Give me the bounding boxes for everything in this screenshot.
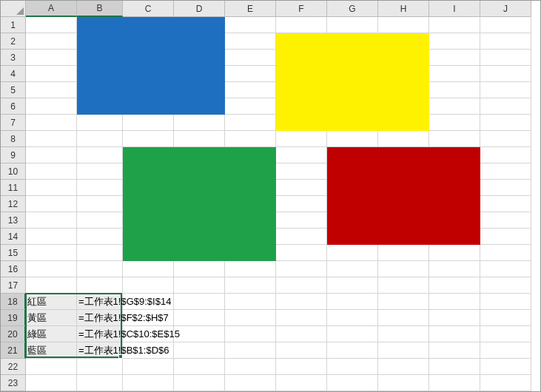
cell-E20[interactable] [225,326,276,342]
cell-D21[interactable] [174,342,225,359]
cell-H1[interactable] [378,17,429,33]
blue-rect[interactable] [77,17,225,115]
yellow-rect[interactable] [276,33,429,131]
row-header-2[interactable]: 2 [1,33,26,50]
cell-F11[interactable] [276,180,327,196]
cell-H8[interactable] [378,131,429,147]
row-header-5[interactable]: 5 [1,82,26,98]
cell-J23[interactable] [480,375,531,391]
row-header-23[interactable]: 23 [1,375,26,391]
cell-C19[interactable] [123,310,174,326]
row-header-11[interactable]: 11 [1,180,26,196]
cell-A16[interactable] [26,261,77,277]
cell-H16[interactable] [378,261,429,277]
cell-F17[interactable] [276,277,327,294]
cell-C16[interactable] [123,261,174,277]
cell-I8[interactable] [429,131,480,147]
cell-F14[interactable] [276,229,327,245]
cell-H22[interactable] [378,359,429,375]
cell-F12[interactable] [276,196,327,212]
cell-B21[interactable] [77,342,123,359]
cell-J12[interactable] [480,196,531,212]
cell-I20[interactable] [429,326,480,342]
cell-H20[interactable] [378,326,429,342]
cell-I18[interactable] [429,294,480,310]
row-header-7[interactable]: 7 [1,115,26,131]
row-header-15[interactable]: 15 [1,245,26,261]
cell-I7[interactable] [429,115,480,131]
cell-E5[interactable] [225,82,276,98]
cell-G19[interactable] [327,310,378,326]
cell-A9[interactable] [26,147,77,163]
cell-C8[interactable] [123,131,174,147]
cell-A7[interactable] [26,115,77,131]
cell-J16[interactable] [480,261,531,277]
cell-B8[interactable] [77,131,123,147]
cell-J2[interactable] [480,33,531,50]
select-all-corner[interactable] [1,1,26,17]
cell-I15[interactable] [429,245,480,261]
red-rect[interactable] [327,147,480,245]
cell-D17[interactable] [174,277,225,294]
cell-A6[interactable] [26,98,77,115]
cell-B20[interactable] [77,326,123,342]
row-header-21[interactable]: 21 [1,342,26,359]
cell-B17[interactable] [77,277,123,294]
cell-F1[interactable] [276,17,327,33]
row-header-3[interactable]: 3 [1,50,26,66]
cell-B22[interactable] [77,359,123,375]
cell-G15[interactable] [327,245,378,261]
cell-F18[interactable] [276,294,327,310]
cell-C21[interactable] [123,342,174,359]
cell-G1[interactable] [327,17,378,33]
cell-J9[interactable] [480,147,531,163]
cell-E8[interactable] [225,131,276,147]
cell-A15[interactable] [26,245,77,261]
cell-I21[interactable] [429,342,480,359]
cell-F20[interactable] [276,326,327,342]
cell-C18[interactable] [123,294,174,310]
row-header-16[interactable]: 16 [1,261,26,277]
cell-B18[interactable] [77,294,123,310]
cell-J13[interactable] [480,212,531,229]
cell-B14[interactable] [77,229,123,245]
cell-H23[interactable] [378,375,429,391]
cell-J22[interactable] [480,359,531,375]
cell-D23[interactable] [174,375,225,391]
row-header-14[interactable]: 14 [1,229,26,245]
column-header-J[interactable]: J [480,1,531,17]
cell-D8[interactable] [174,131,225,147]
cell-E22[interactable] [225,359,276,375]
cell-C20[interactable] [123,326,174,342]
cell-E17[interactable] [225,277,276,294]
cell-D7[interactable] [174,115,225,131]
cell-F16[interactable] [276,261,327,277]
row-header-13[interactable]: 13 [1,212,26,229]
row-header-17[interactable]: 17 [1,277,26,294]
cell-F8[interactable] [276,131,327,147]
cell-B11[interactable] [77,180,123,196]
cell-B10[interactable] [77,163,123,180]
row-header-20[interactable]: 20 [1,326,26,342]
row-header-4[interactable]: 4 [1,66,26,82]
cell-A23[interactable] [26,375,77,391]
column-header-G[interactable]: G [327,1,378,17]
cell-A4[interactable] [26,66,77,82]
cell-H19[interactable] [378,310,429,326]
cell-E7[interactable] [225,115,276,131]
column-header-H[interactable]: H [378,1,429,17]
cell-F10[interactable] [276,163,327,180]
column-header-A[interactable]: A [26,1,77,17]
row-header-12[interactable]: 12 [1,196,26,212]
cell-E2[interactable] [225,33,276,50]
cell-D18[interactable] [174,294,225,310]
cell-A20[interactable] [26,326,77,342]
cell-D20[interactable] [174,326,225,342]
cell-G16[interactable] [327,261,378,277]
cell-A13[interactable] [26,212,77,229]
cell-G21[interactable] [327,342,378,359]
cell-A21[interactable] [26,342,77,359]
cell-G8[interactable] [327,131,378,147]
cell-J11[interactable] [480,180,531,196]
cell-A19[interactable] [26,310,77,326]
